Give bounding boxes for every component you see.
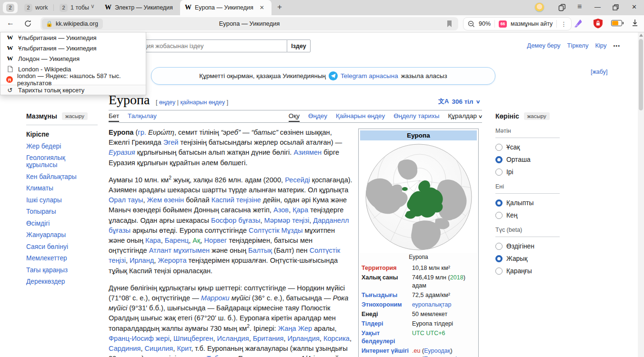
profile-avatar[interactable] <box>534 2 544 12</box>
toc-item[interactable]: Өсімдігі <box>26 220 98 227</box>
tab-europe-active[interactable]: W Еуропа — Уикипедия ✕ <box>180 0 272 15</box>
infobox-label[interactable]: Интернет үйшігі <box>362 347 409 357</box>
toc-item[interactable]: Жер бедері <box>26 143 98 150</box>
bookmark-icon[interactable] <box>446 20 453 30</box>
language-selector-button[interactable]: 文A 306 тіл ∨ <box>438 97 480 106</box>
wiki-link[interactable]: Атлант мұхитымен <box>149 247 210 254</box>
wiki-link[interactable]: Солтүстік Мұзды <box>249 227 302 234</box>
wiki-link[interactable]: Балтық <box>248 247 272 254</box>
tab-panels-icon[interactable] <box>558 4 566 11</box>
radio-option[interactable]: Ұсақ <box>495 144 560 151</box>
wiki-link[interactable]: Баренц <box>165 237 189 244</box>
radio-icon[interactable] <box>495 255 503 262</box>
toc-item[interactable]: Геологиялық құрылысы <box>26 154 98 169</box>
wiki-link[interactable]: Жем өзенін <box>147 196 184 204</box>
radio-option[interactable]: Өздігінен <box>495 243 560 250</box>
wiki-link[interactable]: Ирландия <box>287 335 319 342</box>
new-tab-button[interactable]: + <box>277 2 282 12</box>
window-close-button[interactable]: ✕ <box>632 3 637 10</box>
toc-item[interactable]: Климаты <box>26 185 98 192</box>
window-minimize-button[interactable]: — <box>594 3 601 10</box>
wiki-link[interactable]: Орал тауы <box>109 196 143 204</box>
radio-icon[interactable] <box>495 243 503 250</box>
register-link[interactable]: Тіркелу <box>567 42 589 49</box>
toc-item[interactable]: Топырағы <box>26 208 98 215</box>
read-aloud-button[interactable]: мазмұнын айту <box>511 20 553 27</box>
wiki-link[interactable]: еуропалықтар <box>412 301 451 308</box>
more-options-icon[interactable]: ⋮ <box>561 20 567 28</box>
tab-group-2[interactable]: 2 work <box>21 2 51 13</box>
suggestion-item[interactable]: W Ұлыбритания — Уикипедия <box>0 43 146 53</box>
wiki-link[interactable]: Каспий теңізіне <box>211 196 261 204</box>
tab-talk[interactable]: Талқылау <box>128 112 157 122</box>
wiki-link[interactable]: Босфор бұғазы <box>211 217 260 224</box>
suggestion-item[interactable]: Я london — Яндекс: нашлось 587 тыс. резу… <box>0 74 146 85</box>
wiki-link[interactable]: Норвег <box>204 237 227 244</box>
wiki-link[interactable]: UTC UTC+6 <box>412 330 445 337</box>
infobox-label[interactable]: Территория <box>362 264 409 272</box>
scroll-up-arrow-icon[interactable] <box>639 34 643 37</box>
wiki-link[interactable]: Франц-Иосиф жері <box>109 335 170 342</box>
wiki-link[interactable]: Түбектер <box>207 355 236 357</box>
toc-item[interactable]: Кен байлықтары <box>26 173 98 180</box>
wiki-link[interactable]: Эгей <box>163 139 179 146</box>
tab-group-3[interactable]: 2 1 тобы <box>56 2 92 13</box>
radio-icon[interactable] <box>495 212 503 219</box>
banner-close-link[interactable]: [жабу] <box>591 69 607 75</box>
tab-electr[interactable]: W Электр — Уикипедия <box>100 0 178 15</box>
wiki-link[interactable]: Марроки <box>201 294 230 302</box>
toc-item[interactable]: Тағы қараңыз <box>26 267 98 274</box>
wiki-link[interactable]: Азиямен <box>293 149 322 156</box>
wiki-link[interactable]: Ирланд <box>130 257 154 264</box>
wiki-link[interactable]: Шпицберген <box>173 335 213 342</box>
radio-option[interactable]: Жарық <box>495 255 560 262</box>
wiki-link[interactable]: Исландия <box>217 335 249 342</box>
wiki-link[interactable]: Сардиния <box>109 345 141 352</box>
pen-extension-icon[interactable] <box>573 18 584 29</box>
wiki-link[interactable]: Кара <box>145 237 161 244</box>
adblock-shield-icon[interactable] <box>593 18 603 29</box>
tab-page[interactable]: Бет <box>109 112 119 122</box>
edit-link[interactable]: өңдеу <box>159 99 175 106</box>
wiki-link[interactable]: 2018 <box>450 274 463 281</box>
wiki-link[interactable]: Қара <box>292 206 308 214</box>
infobox-label[interactable]: Этнохороним <box>362 301 409 309</box>
wiki-link[interactable]: Жаңа Жер <box>278 325 312 332</box>
infobox-label[interactable]: Тығыздығы <box>362 291 409 299</box>
wiki-search-button[interactable]: Іздеу <box>287 40 311 52</box>
tab-history[interactable]: Өңделу тарихы <box>393 112 439 122</box>
wiki-link[interactable]: Ақ <box>192 237 200 244</box>
radio-icon[interactable] <box>495 268 503 275</box>
telegram-channel-link[interactable]: Telegram арнасына <box>341 72 398 79</box>
radio-icon[interactable] <box>495 169 503 176</box>
radio-icon[interactable] <box>495 156 503 163</box>
wiki-link[interactable]: Британия <box>253 335 284 342</box>
tab-tools[interactable]: Құралдар ∨ <box>448 112 483 122</box>
toc-item[interactable]: Саяси бөлінуі <box>26 243 98 250</box>
address-bar[interactable]: Еуропа — Уикипедия 🔒 kk.wikipedia.org <box>40 17 458 30</box>
infobox-label[interactable]: Уақыт белдеулері <box>362 329 409 346</box>
radio-icon[interactable] <box>495 199 503 207</box>
wiki-link[interactable]: Крит <box>177 345 191 352</box>
wiki-link[interactable]: гр. <box>138 129 146 136</box>
toc-item[interactable]: Мемлекеттер <box>26 255 98 262</box>
wiki-link[interactable]: Ресейді <box>285 176 310 184</box>
zoom-out-icon[interactable] <box>468 20 475 28</box>
tab-close-icon[interactable]: ✕ <box>260 4 264 11</box>
menu-hamburger-icon[interactable]: ≡ <box>577 2 582 11</box>
download-icon[interactable] <box>631 19 639 27</box>
more-user-options-icon[interactable]: ••• <box>613 43 620 49</box>
page-scrollbar[interactable] <box>638 32 644 357</box>
toc-hide-button[interactable]: жасыру <box>62 112 88 120</box>
wiki-link[interactable]: Корсика <box>323 335 350 342</box>
radio-option[interactable]: Ірі <box>495 169 560 176</box>
donate-link[interactable]: Демеу беру <box>527 42 560 49</box>
scrollbar-thumb[interactable] <box>639 39 643 110</box>
site-chip[interactable]: 🔒 kk.wikipedia.org <box>42 19 103 29</box>
toc-item[interactable]: Кіріспе <box>26 131 98 138</box>
tab-read[interactable]: Оқу <box>289 112 300 122</box>
europe-globe-map[interactable] <box>360 140 477 253</box>
wiki-link[interactable]: .eu <box>412 347 421 354</box>
back-button-icon[interactable]: ← <box>7 19 14 27</box>
tab-group-1[interactable]: 2 <box>3 2 18 13</box>
